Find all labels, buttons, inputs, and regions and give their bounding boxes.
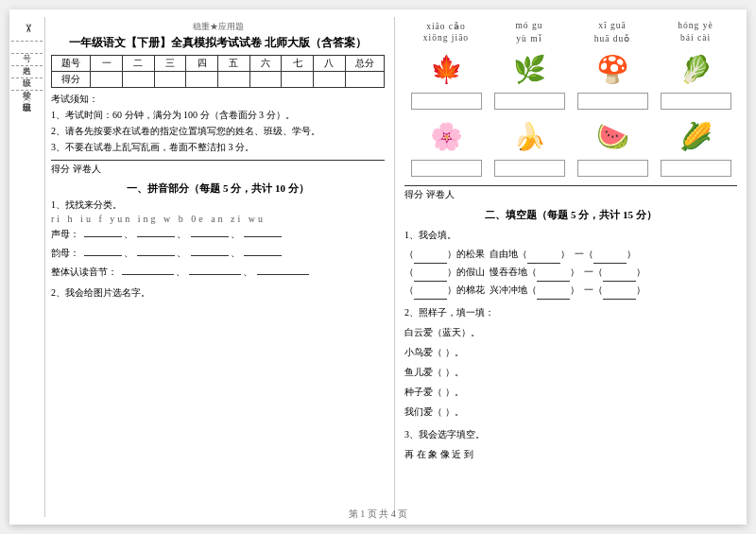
cut-line2 bbox=[11, 53, 43, 54]
image-cell-flower: 🌸 bbox=[408, 115, 484, 177]
write-box-1 bbox=[411, 93, 482, 110]
exam-title: 一年级语文【下册】全真模拟考试试卷 北师大版（含答案） bbox=[51, 35, 385, 51]
image-cell-banana: 🍌 bbox=[491, 115, 567, 177]
page-footer: 第 1 页 共 4 页 bbox=[349, 508, 408, 521]
flower-icon: 🌸 bbox=[421, 115, 472, 158]
zhengti-blank1 bbox=[122, 274, 174, 275]
fill-blank-1b bbox=[527, 246, 560, 264]
fill-row-1: （ ）的松果 自由地（ ） 一（ ） bbox=[404, 246, 737, 264]
image-cell-watermelon: 🍉 bbox=[575, 115, 650, 177]
instructions-block: 考试须知： 1、考试时间：60 分钟，满分为 100 分（含卷面分 3 分）。 … bbox=[51, 92, 385, 156]
write-box-3 bbox=[577, 93, 648, 110]
score-table-val-8 bbox=[313, 72, 345, 88]
yunmu-blank1 bbox=[84, 255, 122, 256]
write-box-4 bbox=[661, 93, 731, 110]
pinyin-2-1: xiōng jiāo bbox=[408, 33, 484, 43]
image-cell-cabbage: 🥬 bbox=[658, 48, 733, 110]
score-reviewer-1: 得分 评卷人 bbox=[51, 160, 385, 176]
score-reviewer-2: 得分 评卷人 bbox=[404, 185, 737, 201]
score-table-val-4 bbox=[186, 72, 218, 88]
yunmu-row: 韵母： 、 、 、 bbox=[51, 244, 385, 263]
pinyin-row-1: xiāo cǎo mó gu xī guā hóng yè bbox=[404, 21, 737, 31]
pinyin-1-1: xiāo cǎo bbox=[408, 21, 484, 31]
banana-icon: 🍌 bbox=[504, 115, 556, 158]
score-table-val-1 bbox=[91, 72, 123, 88]
yunmu-blank3 bbox=[191, 255, 229, 256]
q2-item-3: 种子爱（ ）。 bbox=[404, 383, 737, 402]
cut-line bbox=[11, 41, 43, 42]
pinyin-2-3: huā duǒ bbox=[575, 33, 650, 43]
score-table-defen: 得分 bbox=[52, 72, 91, 88]
grass-icon: 🌿 bbox=[504, 48, 556, 91]
q2-fill-title: 2、照样子，填一填： bbox=[404, 303, 737, 322]
score-table-val-5 bbox=[217, 72, 249, 88]
image-row-2: 🌸 🍌 🍉 🌽 bbox=[404, 115, 737, 177]
cabbage-icon: 🥬 bbox=[670, 48, 722, 91]
score-reviewer-label: 得分 评卷人 bbox=[51, 163, 101, 176]
zhengti-row: 整体认读音节： 、 、 bbox=[51, 263, 385, 282]
pinyin-2-4: bái cài bbox=[658, 33, 733, 43]
score-table-header-8: 八 bbox=[313, 56, 345, 72]
mushroom-icon: 🍄 bbox=[587, 48, 639, 91]
fill-section: 1、我会填。 （ ）的松果 自由地（ ） 一（ ） （ ）的假山 慢吞吞地（ ）… bbox=[404, 226, 737, 465]
image-cell-maple: 🍁 bbox=[408, 48, 484, 110]
scissors-icon: ✂ bbox=[20, 24, 34, 33]
corn-icon: 🌽 bbox=[670, 115, 722, 158]
score-table-val-7 bbox=[282, 72, 314, 88]
q3-chars: 再 在 象 像 近 到 bbox=[404, 445, 737, 464]
phonetics-row: ri h iu f yun ing w b 0e an zi wu bbox=[51, 214, 385, 224]
score-table-header-3: 三 bbox=[154, 56, 186, 72]
fill-blank-1a bbox=[414, 246, 447, 264]
q1-fill-title: 1、我会填。 bbox=[404, 226, 737, 245]
score-table-header-1: 一 bbox=[91, 56, 123, 72]
instruction-2: 2、请各先按要求在试卷的指定位置填写您的姓名、班级、学号。 bbox=[51, 124, 385, 139]
cut-line4 bbox=[11, 78, 43, 78]
score-table-val-2 bbox=[122, 72, 154, 88]
shengmu-label: 声母： bbox=[51, 229, 79, 239]
fill-blank-3a bbox=[414, 282, 447, 300]
zhengti-label: 整体认读音节： bbox=[51, 267, 117, 277]
header-tag: 稳重★应用题 bbox=[51, 21, 385, 33]
watermelon-icon: 🍉 bbox=[587, 115, 639, 158]
q2-label: 2、我会给图片选名字。 bbox=[51, 286, 385, 300]
right-section: xiāo cǎo mó gu xī guā hóng yè xiōng jiāo… bbox=[395, 17, 747, 517]
write-box-8 bbox=[661, 160, 731, 177]
section2-title: 二、填空题（每题 5 分，共计 15 分） bbox=[404, 208, 737, 222]
write-box-7 bbox=[577, 160, 648, 177]
q2-item-1: 小鸟爱（ ）。 bbox=[404, 343, 737, 362]
score-table-header-2: 二 bbox=[122, 56, 154, 72]
pinyin-row-2: xiōng jiāo yù mǐ huā duǒ bái cài bbox=[404, 33, 737, 43]
write-box-6 bbox=[494, 160, 565, 177]
cut-line5 bbox=[11, 90, 43, 91]
pinyin-1-2: mó gu bbox=[491, 21, 567, 31]
score-table-val-6 bbox=[249, 72, 282, 88]
left-margin: ✂ 号 姓名 班级 学校 班级（班组） bbox=[9, 17, 45, 517]
shengmu-blank1 bbox=[84, 236, 122, 237]
image-cell-mushroom: 🍄 bbox=[575, 48, 650, 110]
q2-item-4: 我们爱（ ）。 bbox=[404, 403, 737, 422]
write-box-5 bbox=[411, 160, 482, 177]
score-table-header-total: 总分 bbox=[345, 56, 384, 72]
yunmu-blank4 bbox=[244, 255, 282, 256]
fill-blank-3b bbox=[537, 282, 570, 300]
yunmu-blank2 bbox=[137, 255, 175, 256]
yunmu-label: 韵母： bbox=[51, 248, 79, 258]
score-table-val-3 bbox=[154, 72, 186, 88]
left-section: 稳重★应用题 一年级语文【下册】全真模拟考试试卷 北师大版（含答案） 题号 一 … bbox=[45, 17, 395, 517]
question-1-block: 1、找找来分类。 ri h iu f yun ing w b 0e an zi … bbox=[51, 198, 385, 282]
shengmu-blank4 bbox=[244, 236, 282, 237]
image-cell-grass: 🌿 bbox=[491, 48, 567, 110]
exam-page: ✂ 号 姓名 班级 学校 班级（班组） 稳重★应用题 一年级语文【下册】全真模拟… bbox=[9, 9, 747, 525]
zhengti-blank2 bbox=[189, 274, 241, 275]
pinyin-1-3: xī guā bbox=[575, 21, 650, 31]
q1-label: 1、找找来分类。 bbox=[51, 198, 385, 212]
fill-blank-2c bbox=[603, 264, 636, 282]
score-table-header-tihao: 题号 bbox=[52, 56, 91, 72]
fill-row-3: （ ）的棉花 兴冲冲地（ ） 一（ ） bbox=[404, 282, 737, 300]
fill-row-2: （ ）的假山 慢吞吞地（ ） 一（ ） bbox=[404, 264, 737, 282]
maple-icon: 🍁 bbox=[421, 48, 472, 91]
instructions-title: 考试须知： bbox=[51, 92, 385, 107]
zhengti-blank3 bbox=[257, 274, 309, 275]
score-table-header-4: 四 bbox=[186, 56, 218, 72]
q3-label: 3、我会选字填空。 bbox=[404, 425, 737, 444]
